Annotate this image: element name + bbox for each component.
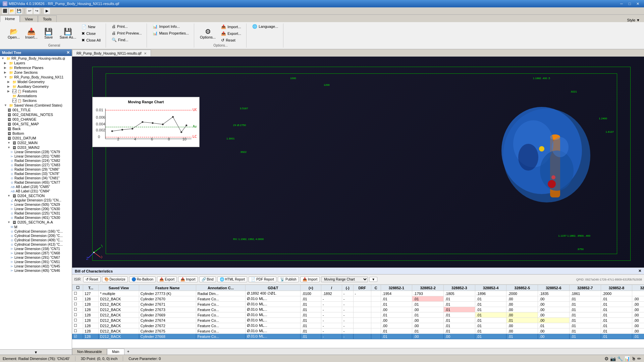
tree-layers[interactable]: ▶ 📁 Layers — [0, 61, 72, 65]
close-button[interactable]: ✕ — [634, 1, 641, 6]
tree-back[interactable]: 🖼 Back — [0, 126, 72, 131]
reset-button[interactable]: ↺ Reset — [219, 37, 244, 43]
massproperties-button[interactable]: 📊 Mass Properties... — [150, 30, 191, 36]
tree-rad34[interactable]: ⊙ Radial Dimension (34) "CN81" — [0, 176, 72, 180]
tree-d202[interactable]: ▼ 🖼 D202_MAIN — [0, 140, 72, 145]
table-row[interactable]: ☐128D212_BACKCylinder 27672Feature Co...… — [72, 323, 644, 328]
status-icon-2[interactable]: 📷 — [610, 356, 616, 361]
doc-tab-close[interactable]: ✕ — [144, 52, 147, 55]
tree-rad227[interactable]: ⊙ Radial Dimension (227) "CN83 — [0, 163, 72, 167]
print-button[interactable]: 🖨 Print... — [109, 23, 144, 29]
tree-aux-geometry[interactable]: ▶ 📁 Auxiliary Geometry — [0, 84, 72, 89]
tree-root[interactable]: ▼ 📁 RR_Pump_Body_Housing-results.qi — [0, 56, 72, 61]
col-328852-2[interactable]: 328852-2 — [412, 285, 444, 291]
col-drf[interactable]: DRF — [353, 285, 371, 291]
tree-lin158[interactable]: ⊢ Linear Dimension (158) "CN71 — [0, 247, 72, 251]
col-328852-4[interactable]: 328852-4 — [475, 285, 506, 291]
tree-ab218[interactable]: AB AB Label (218) "CN85" — [0, 185, 72, 189]
tree-002-notes[interactable]: 🖼 002_GENERAL_NOTES — [0, 112, 72, 117]
tree-ang215[interactable]: ∠ Angular Dimension (215) "CN... — [0, 198, 72, 202]
col-t[interactable]: T... — [83, 285, 99, 291]
bill-close-btn[interactable]: ✕ — [638, 269, 641, 273]
tab-tools[interactable]: Tools — [38, 15, 57, 22]
tree-saved-views[interactable]: ▼ 📁 Saved Views (Combined States) — [0, 103, 72, 108]
tree-cyl209[interactable]: ⊙ Cylindrical Dimension (209) "C... — [0, 234, 72, 238]
tree-rad29[interactable]: ⊙ Radial Dimension (29) "CN86" — [0, 167, 72, 172]
status-icon-1[interactable]: ⚙ — [604, 356, 609, 361]
expand-icon-auxgeo[interactable]: ▶ — [7, 85, 11, 88]
reballoon-btn[interactable]: 🔵 Re-Balloon — [129, 277, 156, 282]
qa-undo[interactable]: ↩ — [26, 8, 33, 14]
status-icon-6[interactable]: ✏ — [637, 356, 641, 361]
features-checkbox[interactable]: ✓ — [12, 89, 16, 93]
tree-lin402[interactable]: ⊢ Linear Dimension (402) "CN45 — [0, 264, 72, 268]
col-gdt[interactable]: GD&T — [246, 285, 301, 291]
table-row[interactable]: ☐128D212_BACKCylinder 27671Feature Co...… — [72, 302, 644, 307]
reset-btn[interactable]: ↺ Reset — [83, 277, 100, 282]
insert-button[interactable]: 📥 Insert... — [23, 23, 40, 44]
viz-dropdown-btn[interactable]: ▼ — [369, 277, 377, 282]
expand-icon-savedviews[interactable]: ▼ — [4, 104, 8, 107]
col-plus[interactable]: (+) — [301, 285, 321, 291]
tree-003-change[interactable]: 🖼 003_CHANGE — [0, 117, 72, 122]
tree-d203[interactable]: ▼ 🖼 D203_MAIN2 — [0, 145, 72, 150]
tree-d204[interactable]: ▼ 🖼 D204_SECTION — [0, 193, 72, 198]
table-row[interactable]: ☐128D212_BACKCylinder 27670Feature Co...… — [72, 296, 644, 302]
table-row[interactable]: ☐127* multipleCylinder 27773 (K)Radial D… — [72, 291, 644, 296]
expand-icon-zones[interactable]: ▶ — [4, 71, 8, 74]
tree-lin391[interactable]: ⊢ Linear Dimension (391) "CN51 — [0, 260, 72, 264]
tree-reference-planes[interactable]: ▶ 📁 Reference Planes — [0, 65, 72, 70]
publish-btn[interactable]: 📡 Publish — [278, 277, 299, 282]
qa-run[interactable]: ▶ — [44, 8, 50, 14]
col-328852-8[interactable]: 328852-8 — [601, 285, 632, 291]
doc-tab-main[interactable]: RR_Pump_Body_Housing_NX11-results.qif ✕ — [72, 50, 151, 56]
decolorize-btn[interactable]: 🎨 Decolorize — [102, 277, 128, 282]
close-button-ribbon[interactable]: ✖ Close — [79, 31, 103, 37]
tree-rad225[interactable]: ⊙ Radial Dimension (225) "CN31 — [0, 211, 72, 216]
col-slash[interactable]: / — [321, 285, 342, 291]
closeall-button[interactable]: ✖ Close All — [79, 37, 103, 43]
qa-open[interactable]: 📂 — [9, 8, 15, 14]
expand-d205[interactable]: ▼ — [7, 221, 11, 224]
tab-home[interactable]: Home — [0, 15, 20, 22]
col-328852-6[interactable]: 328852-6 — [538, 285, 570, 291]
save-button[interactable]: 💾 Save — [41, 23, 57, 44]
expand-d202[interactable]: ▼ — [7, 141, 11, 144]
tree-rad401[interactable]: ⊙ Radial Dimension (401) "CN30 — [0, 216, 72, 220]
tab-view[interactable]: View — [20, 15, 38, 22]
sidebar-scroll-down[interactable]: ▼ — [0, 349, 72, 355]
tree-d205[interactable]: ▼ 🖼 D205_SECTION_A-A — [0, 220, 72, 225]
open-button[interactable]: 📂 Open... — [5, 23, 22, 44]
tree-pump-housing[interactable]: ▼ 📁 RR_Pump_Body_Housing_NX11 — [0, 75, 72, 79]
qa-app-icon[interactable]: ⬛ — [2, 8, 8, 14]
tree-bottom[interactable]: 🖼 Bottom — [0, 131, 72, 136]
viz-select[interactable]: Moving Range Chart X-Bar Chart Histogram — [321, 277, 368, 282]
expand-icon-housing[interactable]: ▼ — [4, 75, 8, 79]
window-controls[interactable]: ─ □ ✕ — [618, 1, 641, 6]
import2-btn[interactable]: 📥 Import — [300, 277, 320, 282]
status-icon-5[interactable]: 🖱 — [631, 356, 636, 361]
tree-004-sitemap[interactable]: 🖼 004_SITE_MAP — [0, 122, 72, 126]
col-minus[interactable]: (-) — [342, 285, 353, 291]
tree-lin505[interactable]: ⊢ Linear Dimension (505) "CN29 — [0, 202, 72, 207]
table-row[interactable]: ☐128D212_BACKCylinder 27673Feature Co...… — [72, 307, 644, 312]
saveas-button[interactable]: 💾 Save As... — [57, 23, 79, 44]
tree-lin228[interactable]: ⊢ Linear Dimension (228) "CN79 — [0, 150, 72, 154]
expand-icon-modelgeo[interactable]: ▶ — [7, 80, 11, 83]
sections-checkbox[interactable]: ✓ — [12, 99, 16, 103]
import-button[interactable]: 📥 Import... — [219, 24, 244, 30]
tree-rad455[interactable]: ⊙ Radial Dimension (455) "CN77 — [0, 180, 72, 185]
table-row[interactable]: ☐128D212_BACKCylinder 27669Feature Co...… — [72, 312, 644, 318]
tree-zone-sections[interactable]: ▶ 📁 Zone Sections — [0, 70, 72, 75]
style-area[interactable]: Style ▼ — [627, 18, 644, 22]
export-bill-btn[interactable]: 📤 Export — [157, 277, 177, 282]
sidebar-content[interactable]: ▼ 📁 RR_Pump_Body_Housing-results.qi ▶ 📁 … — [0, 56, 72, 349]
tree-ab231[interactable]: AB AB Label (231) "CN84" — [0, 189, 72, 193]
bind-btn[interactable]: 🔗 Bind — [199, 277, 216, 282]
find-button[interactable]: 🔍 Find... — [109, 37, 144, 43]
col-c[interactable]: C — [371, 285, 381, 291]
tree-features[interactable]: ▶ ✓ 📋 Features — [0, 89, 72, 94]
tree-cyl409[interactable]: ⊙ Cylindrical Dimension (409) "C... — [0, 238, 72, 242]
tree-lin201[interactable]: ⊢ Linear Dimension (201) "CN80 — [0, 154, 72, 159]
tree-lin405[interactable]: ⊢ Linear Dimension (405) "CN46 — [0, 268, 72, 273]
